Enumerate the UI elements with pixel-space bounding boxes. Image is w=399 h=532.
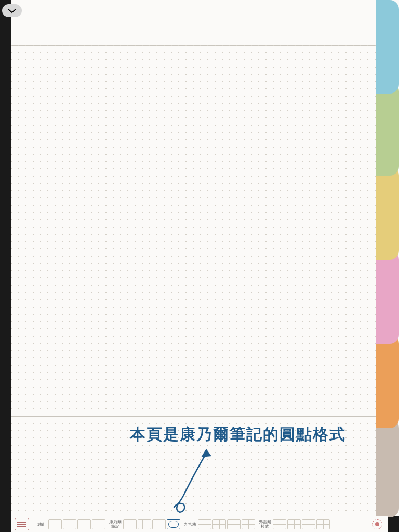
page-header-area[interactable] xyxy=(11,0,399,46)
group-label-frayer: 弗雷爾 模式 xyxy=(259,520,271,529)
handwritten-annotation: 本頁是康乃爾筆記的圓點格式 xyxy=(130,424,346,445)
side-tab-3[interactable] xyxy=(376,250,399,344)
template-frayer-dot[interactable] xyxy=(316,519,330,529)
side-tab-5[interactable] xyxy=(376,419,399,517)
collapse-pill[interactable] xyxy=(2,4,22,17)
group-label-1col: 1欄 xyxy=(34,522,47,527)
template-9grid-plain[interactable] xyxy=(198,519,211,529)
bottom-toolbar: 1欄 康乃爾 筆記 九宮格 弗雷爾 模式 xyxy=(11,516,388,532)
chevron-down-icon xyxy=(7,8,17,14)
side-tab-4[interactable] xyxy=(376,335,399,428)
record-indicator-icon[interactable] xyxy=(372,519,382,529)
cornell-vertical-divider xyxy=(115,45,115,416)
template-group-9grid: 九宮格 xyxy=(183,519,256,529)
template-frayer-plain[interactable] xyxy=(273,519,286,529)
group-label-9grid: 九宮格 xyxy=(184,522,196,527)
template-cornell-plain[interactable] xyxy=(123,519,137,529)
side-tabs xyxy=(376,0,399,516)
template-group-frayer: 弗雷爾 模式 xyxy=(258,519,330,529)
side-tab-1[interactable] xyxy=(376,82,399,176)
template-9grid-grid[interactable] xyxy=(227,519,241,529)
side-tab-2[interactable] xyxy=(376,166,399,260)
side-tab-0[interactable] xyxy=(376,0,399,94)
template-1col-plain[interactable] xyxy=(48,519,62,529)
template-cornell-lined[interactable] xyxy=(138,519,151,529)
template-1col-dot[interactable] xyxy=(92,519,105,529)
template-9grid-dot[interactable] xyxy=(242,519,255,529)
dot-grid-area[interactable] xyxy=(11,45,399,516)
template-group-1col: 1欄 xyxy=(33,519,106,529)
template-frayer-grid[interactable] xyxy=(302,519,315,529)
template-9grid-lined[interactable] xyxy=(212,519,226,529)
template-group-cornell: 康乃爾 筆記 xyxy=(108,519,181,529)
menu-button[interactable] xyxy=(15,518,29,530)
group-label-cornell: 康乃爾 筆記 xyxy=(109,520,122,529)
template-frayer-lined[interactable] xyxy=(287,519,301,529)
template-1col-grid[interactable] xyxy=(77,519,91,529)
template-cornell-grid[interactable] xyxy=(152,519,166,529)
page-canvas[interactable]: 本頁是康乃爾筆記的圓點格式 xyxy=(11,0,399,516)
template-cornell-dot-active[interactable] xyxy=(167,519,180,529)
template-1col-lined[interactable] xyxy=(63,519,76,529)
cornell-horizontal-divider xyxy=(11,416,399,417)
